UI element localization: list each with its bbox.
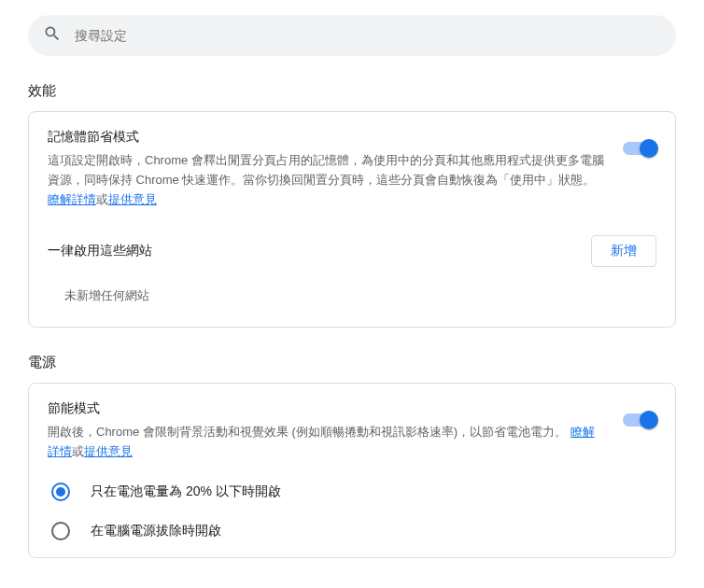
radio-option-battery-low[interactable]: 只在電池電量為 20% 以下時開啟 [48,483,656,501]
radio-label: 在電腦電源拔除時開啟 [91,523,221,539]
section-title-power: 電源 [28,354,676,371]
search-icon [43,24,75,47]
section-title-performance: 效能 [28,82,676,100]
memory-saver-desc: 這項設定開啟時，Chrome 會釋出閒置分頁占用的記憶體，為使用中的分頁和其他應… [48,151,604,209]
search-input[interactable] [75,28,661,43]
memory-saver-feedback-link[interactable]: 提供意見 [108,192,157,206]
always-enable-label: 一律啟用這些網站 [48,243,152,259]
memory-saver-learn-more-link[interactable]: 瞭解詳情 [48,192,96,206]
energy-saver-desc: 開啟後，Chrome 會限制背景活動和視覺效果 (例如順暢捲動和視訊影格速率)，… [48,423,604,462]
no-sites-text: 未新增任何網站 [64,287,656,304]
energy-saver-feedback-link[interactable]: 提供意見 [84,444,133,458]
energy-saver-title: 節能模式 [48,400,604,417]
add-site-button[interactable]: 新增 [591,235,656,267]
memory-saver-title: 記憶體節省模式 [48,129,604,146]
radio-option-unplugged[interactable]: 在電腦電源拔除時開啟 [48,522,656,540]
radio-icon [51,483,70,501]
radio-label: 只在電池電量為 20% 以下時開啟 [91,483,281,500]
energy-saver-card: 節能模式 開啟後，Chrome 會限制背景活動和視覺效果 (例如順暢捲動和視訊影… [28,383,676,558]
memory-saver-toggle[interactable] [623,142,656,155]
search-settings-box[interactable] [28,15,676,56]
energy-saver-toggle[interactable] [623,413,656,427]
radio-icon [51,522,70,540]
memory-saver-card: 記憶體節省模式 這項設定開啟時，Chrome 會釋出閒置分頁占用的記憶體，為使用… [28,111,676,328]
